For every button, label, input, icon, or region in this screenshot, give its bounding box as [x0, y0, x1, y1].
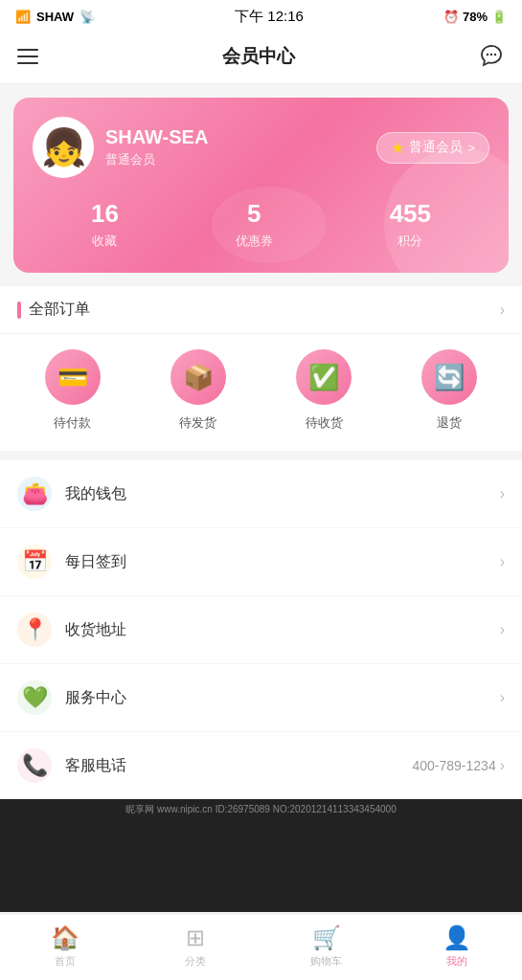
profile-nav-icon: 👤 [443, 924, 471, 951]
pending-receipt-icon: ✅ [308, 363, 339, 392]
phone-chevron-icon: › [500, 757, 505, 774]
menu-item-address[interactable]: 📍 收货地址 › [0, 596, 522, 664]
nav-item-home[interactable]: 🏠 首页 [0, 924, 130, 969]
svg-point-1 [490, 54, 492, 56]
username: SHAW-SEA [105, 126, 208, 148]
wallet-chevron-icon: › [500, 485, 505, 502]
phone-value: 400-789-1234 [412, 758, 495, 773]
favorites-label: 收藏 [91, 233, 119, 250]
svg-point-2 [494, 54, 496, 56]
service-icon-wrap: 💚 [17, 680, 52, 715]
bottom-nav: 🏠 首页 ⊞ 分类 🛒 购物车 👤 我的 [0, 914, 522, 980]
checkin-label: 每日签到 [65, 552, 126, 572]
category-icon: ⊞ [186, 924, 205, 951]
coupons-count: 5 [236, 199, 273, 229]
address-icon-wrap: 📍 [17, 612, 52, 647]
orders-chevron-icon: › [500, 301, 505, 319]
menu-item-service[interactable]: 💚 服务中心 › [0, 664, 522, 732]
stat-favorites[interactable]: 16 收藏 [91, 199, 119, 250]
chat-button[interactable] [478, 43, 505, 70]
menu-item-phone[interactable]: 📞 客服电话 400-789-1234 › [0, 732, 522, 799]
order-icons-row: 💳 待付款 📦 待发货 ✅ 待收货 🔄 退货 [0, 333, 522, 451]
points-label: 积分 [390, 233, 431, 250]
wallet-icon: 👛 [22, 481, 48, 506]
section-accent-bar [17, 301, 21, 319]
pending-shipment-icon-circle: 📦 [170, 349, 226, 405]
all-orders-section[interactable]: 全部订单 › [0, 286, 522, 333]
avatar-image: 👧 [41, 129, 86, 166]
pending-payment-icon: 💳 [57, 363, 88, 392]
nav-item-profile[interactable]: 👤 我的 [392, 924, 522, 969]
badge-label: 普通会员 [409, 139, 463, 156]
service-label: 服务中心 [65, 688, 126, 708]
home-nav-label: 首页 [55, 954, 76, 969]
menu-list: 👛 我的钱包 › 📅 每日签到 › 📍 收货地址 › [0, 460, 522, 799]
home-icon: 🏠 [51, 924, 79, 951]
carrier-name: SHAW [36, 10, 74, 24]
battery-percent: 78% [463, 10, 488, 24]
member-badge-button[interactable]: ★ 普通会员 > [376, 132, 489, 164]
return-icon: 🔄 [434, 363, 465, 392]
phone-icon: 📞 [22, 753, 48, 778]
wifi-icon: 📡 [79, 10, 95, 24]
pending-payment-icon-circle: 💳 [45, 349, 101, 405]
order-pending-payment[interactable]: 💳 待付款 [45, 349, 101, 432]
pending-shipment-icon: 📦 [183, 363, 214, 392]
phone-label: 客服电话 [65, 756, 126, 776]
coupons-label: 优惠券 [236, 233, 273, 250]
profile-nav-label: 我的 [446, 954, 467, 969]
hamburger-button[interactable] [17, 49, 38, 64]
checkin-icon: 📅 [22, 549, 48, 574]
profile-stats: 16 收藏 5 优惠券 455 积分 [33, 199, 489, 250]
chat-icon [479, 44, 504, 69]
service-chevron-icon: › [500, 689, 505, 706]
hamburger-line [17, 62, 38, 64]
wallet-icon-wrap: 👛 [17, 477, 52, 511]
status-carrier: 📶 SHAW 📡 [15, 10, 95, 24]
service-icon: 💚 [22, 685, 48, 710]
signal-icon: 📶 [15, 10, 31, 24]
phone-icon-wrap: 📞 [17, 748, 52, 783]
order-return[interactable]: 🔄 退货 [421, 349, 477, 432]
menu-item-checkin[interactable]: 📅 每日签到 › [0, 528, 522, 596]
category-nav-label: 分类 [185, 954, 206, 969]
menu-item-wallet[interactable]: 👛 我的钱包 › [0, 460, 522, 528]
return-label: 退货 [437, 414, 462, 432]
stat-points[interactable]: 455 积分 [390, 199, 431, 250]
points-count: 455 [390, 199, 431, 229]
header: 会员中心 [0, 33, 522, 84]
profile-card: 👧 SHAW-SEA 普通会员 ★ 普通会员 > 16 收藏 5 优惠券 455… [13, 98, 509, 273]
battery-icon: 🔋 [491, 10, 507, 24]
pending-payment-label: 待付款 [54, 414, 91, 432]
favorites-count: 16 [91, 199, 119, 229]
orders-section-title: 全部订单 [29, 300, 90, 320]
hamburger-line [17, 49, 38, 51]
svg-point-0 [487, 54, 488, 56]
badge-arrow-icon: > [467, 141, 475, 155]
status-bar: 📶 SHAW 📡 下午 12:16 ⏰ 78% 🔋 [0, 0, 522, 33]
address-chevron-icon: › [500, 621, 505, 638]
status-battery: ⏰ 78% 🔋 [443, 10, 507, 24]
pending-receipt-icon-circle: ✅ [296, 349, 352, 405]
address-icon: 📍 [22, 617, 48, 642]
order-pending-shipment[interactable]: 📦 待发货 [170, 349, 226, 432]
hamburger-line [17, 56, 38, 57]
pending-receipt-label: 待收货 [306, 414, 343, 432]
return-icon-circle: 🔄 [421, 349, 477, 405]
status-time: 下午 12:16 [235, 8, 304, 26]
stat-coupons[interactable]: 5 优惠券 [236, 199, 273, 250]
member-type: 普通会员 [105, 151, 208, 168]
wallet-label: 我的钱包 [65, 484, 126, 504]
checkin-chevron-icon: › [500, 553, 505, 570]
checkin-icon-wrap: 📅 [17, 545, 52, 579]
order-pending-receipt[interactable]: ✅ 待收货 [296, 349, 352, 432]
nav-item-category[interactable]: ⊞ 分类 [130, 924, 261, 969]
alarm-icon: ⏰ [443, 10, 459, 24]
address-label: 收货地址 [65, 620, 126, 640]
star-icon: ★ [391, 139, 404, 157]
cart-nav-label: 购物车 [310, 954, 342, 969]
page-title: 会员中心 [222, 44, 295, 69]
nav-item-cart[interactable]: 🛒 购物车 [261, 924, 392, 969]
avatar: 👧 [33, 117, 94, 178]
watermark: 昵享网 www.nipic.cn ID:26975089 NO:20201214… [0, 799, 522, 912]
